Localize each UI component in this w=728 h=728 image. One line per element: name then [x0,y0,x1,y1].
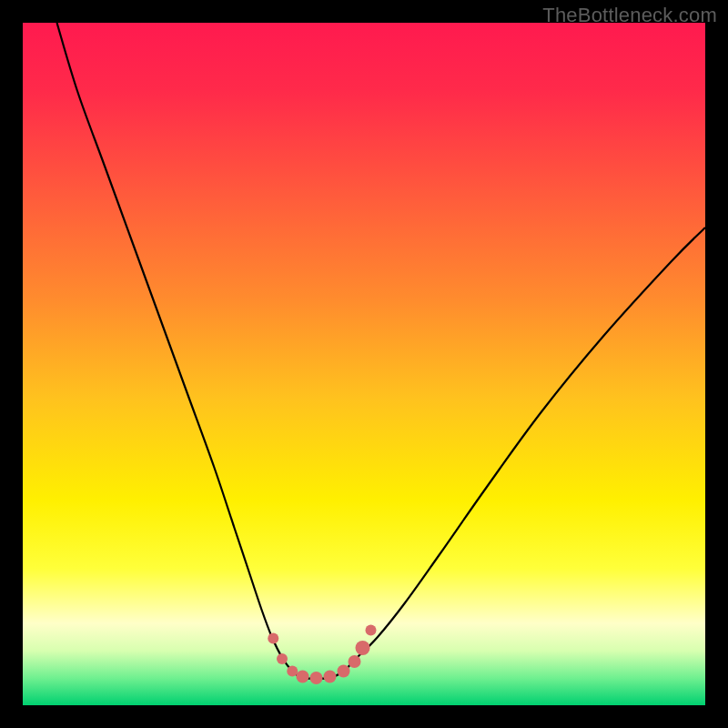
valley-marker [338,665,350,678]
valley-marker [297,671,309,683]
valley-marker [366,625,377,636]
plot-area [23,23,705,705]
chart-svg [23,23,705,705]
valley-marker [310,672,323,684]
valley-marker [287,666,298,677]
valley-marker [268,633,278,644]
valley-marker [356,641,370,655]
valley-marker [349,655,361,668]
gradient-background [23,23,705,705]
chart-frame: TheBottleneck.com [0,0,728,728]
watermark-text: TheBottleneck.com [542,4,717,27]
valley-marker [277,653,288,664]
valley-marker [324,671,337,683]
